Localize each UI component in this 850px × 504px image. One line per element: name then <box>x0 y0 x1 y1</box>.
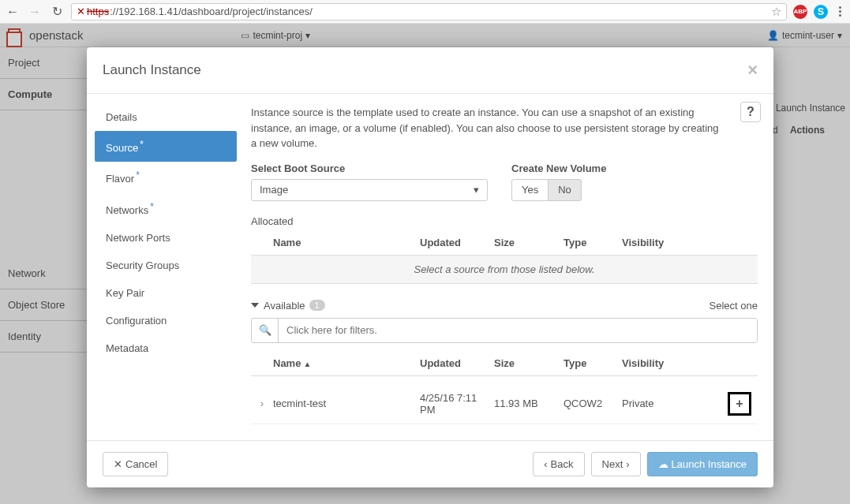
col-updated: Updated <box>420 237 494 248</box>
row-size: 11.93 MB <box>494 398 564 409</box>
cloud-upload-icon: ☁ <box>658 458 668 470</box>
close-icon: ✕ <box>114 458 122 470</box>
step-source[interactable]: Source* <box>95 131 237 162</box>
cancel-button[interactable]: ✕ Cancel <box>103 452 168 476</box>
row-visibility: Private <box>622 398 693 409</box>
create-volume-group: Create New Volume Yes No <box>511 162 606 201</box>
boot-source-value: Image <box>260 184 288 196</box>
available-table-header: Name▲ Updated Size Type Visibility <box>251 351 758 376</box>
browser-reload-button[interactable]: ↻ <box>49 4 65 20</box>
row-expand-icon[interactable]: › <box>251 398 273 409</box>
modal-title: Launch Instance <box>103 62 201 78</box>
launch-button[interactable]: ☁ Launch Instance <box>647 452 758 476</box>
browser-back-button[interactable]: ← <box>5 4 21 20</box>
adblock-icon[interactable]: ABP <box>793 5 807 19</box>
step-details[interactable]: Details <box>95 103 237 131</box>
col-updated[interactable]: Updated <box>420 357 494 369</box>
source-description: Instance source is the template used to … <box>251 105 758 151</box>
col-type[interactable]: Type <box>564 357 622 369</box>
wizard-steps: Details Source* Flavor* Networks* Networ… <box>87 94 245 440</box>
col-type: Type <box>564 237 622 248</box>
add-source-button[interactable]: + <box>728 392 751 416</box>
url-bar[interactable]: ✕ https ://192.168.1.41/dashboard/projec… <box>71 3 787 21</box>
col-size[interactable]: Size <box>494 357 564 369</box>
create-volume-label: Create New Volume <box>511 162 606 174</box>
step-metadata[interactable]: Metadata <box>95 334 237 362</box>
step-network-ports[interactable]: Network Ports <box>95 224 237 252</box>
filter-bar: 🔍 <box>251 318 758 343</box>
available-row: › tecmint-test 4/25/16 7:11 PM 11.93 MB … <box>251 384 758 424</box>
allocated-empty: Select a source from those listed below. <box>251 256 758 284</box>
step-flavor[interactable]: Flavor* <box>95 162 237 192</box>
boot-source-label: Select Boot Source <box>251 162 488 174</box>
back-button[interactable]: ‹ Back <box>533 452 584 476</box>
available-header: Available 1 Select one <box>251 300 758 312</box>
url-scheme: https <box>87 6 109 17</box>
bookmark-star-icon[interactable]: ☆ <box>771 5 781 19</box>
browser-menu-icon[interactable] <box>834 6 845 17</box>
wizard-content: ? Instance source is the template used t… <box>245 94 773 440</box>
col-visibility[interactable]: Visibility <box>622 357 693 369</box>
select-one-hint: Select one <box>710 300 758 312</box>
boot-source-group: Select Boot Source Image ▾ <box>251 162 488 201</box>
next-button[interactable]: Next › <box>591 452 641 476</box>
modal-footer: ✕ Cancel ‹ Back Next › ☁ Launch Instance <box>87 440 773 487</box>
expand-caret-icon[interactable] <box>251 303 259 308</box>
filter-input[interactable] <box>279 319 757 342</box>
col-size: Size <box>494 237 564 248</box>
row-updated: 4/25/16 7:11 PM <box>420 392 494 416</box>
step-security-groups[interactable]: Security Groups <box>95 252 237 279</box>
boot-source-select[interactable]: Image ▾ <box>251 179 488 201</box>
sort-asc-icon: ▲ <box>303 360 311 368</box>
row-name: tecmint-test <box>273 398 420 409</box>
search-icon[interactable]: 🔍 <box>252 319 279 342</box>
step-key-pair[interactable]: Key Pair <box>95 279 237 307</box>
step-configuration[interactable]: Configuration <box>95 307 237 334</box>
help-icon[interactable]: ? <box>740 102 761 122</box>
launch-instance-modal: Launch Instance × Details Source* Flavor… <box>87 47 773 487</box>
create-volume-yes[interactable]: Yes <box>511 179 549 201</box>
available-count-badge: 1 <box>309 300 325 311</box>
url-text: ://192.168.1.41/dashboard/project/instan… <box>110 6 313 17</box>
create-volume-no[interactable]: No <box>548 179 582 201</box>
available-label: Available <box>264 300 305 312</box>
allocated-table-header: Name Updated Size Type Visibility <box>251 230 758 256</box>
modal-header: Launch Instance × <box>87 47 773 94</box>
allocated-label: Allocated <box>251 215 758 227</box>
col-visibility: Visibility <box>622 237 693 248</box>
insecure-warning-icon: ✕ <box>77 6 85 17</box>
col-name: Name <box>273 237 420 248</box>
browser-forward-button[interactable]: → <box>27 4 43 20</box>
modal-close-button[interactable]: × <box>747 60 758 80</box>
chevron-down-icon: ▾ <box>474 184 479 196</box>
skype-icon[interactable]: S <box>814 5 828 19</box>
browser-toolbar: ← → ↻ ✕ https ://192.168.1.41/dashboard/… <box>0 0 850 24</box>
col-name[interactable]: Name▲ <box>273 357 420 369</box>
step-networks[interactable]: Networks* <box>95 193 237 224</box>
row-type: QCOW2 <box>564 398 622 409</box>
create-volume-toggle: Yes No <box>511 179 606 201</box>
